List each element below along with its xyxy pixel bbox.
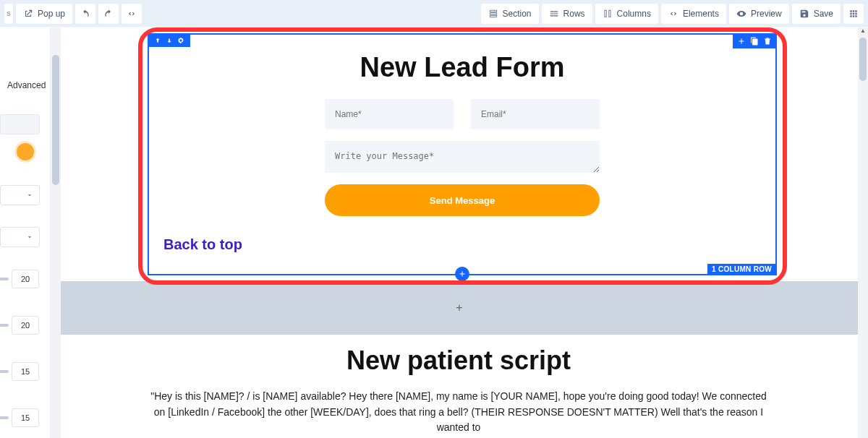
sidebar-scrollbar-thumb[interactable]: [52, 55, 59, 185]
columns-button[interactable]: Columns: [595, 4, 658, 24]
preview-label: Preview: [751, 9, 782, 19]
canvas-scrollbar[interactable]: ▲: [858, 27, 868, 438]
slider-track-1[interactable]: [0, 278, 9, 280]
sidebar-value-1[interactable]: 20: [12, 270, 39, 288]
patient-script-title: New patient script: [148, 345, 770, 376]
save-icon: [799, 9, 809, 19]
gear-icon[interactable]: [177, 37, 184, 44]
columns-icon: [603, 9, 613, 19]
edge-button[interactable]: s: [4, 4, 13, 24]
columns-label: Columns: [617, 9, 651, 19]
canvas: 1 COLUMN ROW New Lead Form Send Message …: [61, 27, 868, 438]
back-to-top-link[interactable]: Back to top: [163, 236, 242, 253]
section-type-label: 1 COLUMN ROW: [707, 264, 776, 275]
plus-icon: +: [456, 301, 462, 314]
section-content: New Lead Form Send Message Back to top: [149, 35, 775, 260]
popup-label: Pop up: [38, 9, 65, 19]
section-icon: [488, 9, 498, 19]
canvas-scrollbar-thumb[interactable]: [859, 38, 867, 81]
sidebar-select-2[interactable]: [0, 227, 40, 247]
slider-track-3[interactable]: [0, 370, 9, 373]
sidebar-tab-advanced[interactable]: Advanced: [7, 80, 46, 90]
chevron-down-icon: [26, 233, 33, 241]
message-textarea[interactable]: [325, 141, 600, 173]
add-row-button[interactable]: [455, 267, 469, 281]
scroll-up-icon[interactable]: ▲: [859, 27, 867, 35]
undo-icon: [80, 9, 90, 19]
rows-label: Rows: [563, 9, 585, 19]
copy-icon[interactable]: [750, 37, 759, 46]
patient-script-body: "Hey is this [NAME]? / is [NAME] availab…: [148, 389, 770, 436]
sidebar-value-4[interactable]: 15: [12, 408, 39, 427]
save-label: Save: [814, 9, 833, 19]
name-input[interactable]: [325, 99, 454, 129]
preview-button[interactable]: Preview: [729, 4, 789, 24]
rows-button[interactable]: Rows: [542, 4, 592, 24]
popup-icon: [23, 9, 33, 19]
email-input[interactable]: [471, 99, 600, 129]
code-button[interactable]: [122, 4, 142, 24]
section-handles-right: [733, 34, 776, 48]
spacer-section[interactable]: +: [61, 281, 858, 335]
sidebar-value-3[interactable]: 15: [12, 362, 39, 381]
sidebar-value-2[interactable]: 20: [12, 316, 39, 335]
redo-icon: [103, 9, 114, 19]
send-message-button[interactable]: Send Message: [325, 184, 600, 216]
apps-button[interactable]: [843, 4, 864, 24]
section-handles-left: [148, 34, 190, 47]
sidebar-scrollbar[interactable]: [51, 27, 61, 438]
main-area: Advanced 20 20 15 15: [0, 27, 868, 438]
plus-icon: [458, 270, 467, 278]
form-row: [163, 99, 761, 129]
elements-label: Elements: [683, 9, 719, 19]
plus-icon[interactable]: [737, 37, 746, 46]
selected-section[interactable]: 1 COLUMN ROW New Lead Form Send Message …: [148, 33, 777, 275]
arrow-up-icon[interactable]: [154, 37, 161, 44]
sidebar-field[interactable]: [0, 114, 40, 134]
undo-button[interactable]: [75, 4, 95, 24]
color-swatch[interactable]: [17, 143, 34, 160]
elements-button[interactable]: Elements: [661, 4, 726, 24]
slider-track-2[interactable]: [0, 324, 9, 327]
grid-icon: [848, 9, 859, 19]
redo-button[interactable]: [98, 4, 119, 24]
elements-icon: [668, 9, 678, 19]
sidebar-select-1[interactable]: [0, 185, 40, 205]
lead-form-title: New Lead Form: [163, 52, 761, 83]
sidebar: Advanced 20 20 15 15: [0, 27, 51, 438]
topbar: s Pop up Section Rows Columns Ele: [0, 0, 868, 27]
save-button[interactable]: Save: [792, 4, 841, 24]
topbar-left: s Pop up: [4, 4, 142, 24]
second-section: New patient script "Hey is this [NAME]? …: [148, 345, 770, 436]
eye-icon: [736, 9, 746, 19]
rows-icon: [549, 9, 559, 19]
trash-icon[interactable]: [763, 37, 772, 46]
topbar-right: Section Rows Columns Elements Preview Sa…: [481, 4, 864, 24]
chevron-down-icon: [26, 192, 33, 199]
section-button[interactable]: Section: [481, 4, 539, 24]
arrow-down-icon[interactable]: [166, 37, 173, 44]
code-icon: [127, 9, 137, 19]
slider-track-4[interactable]: [0, 416, 9, 419]
popup-button[interactable]: Pop up: [16, 4, 72, 24]
section-label: Section: [503, 9, 532, 19]
